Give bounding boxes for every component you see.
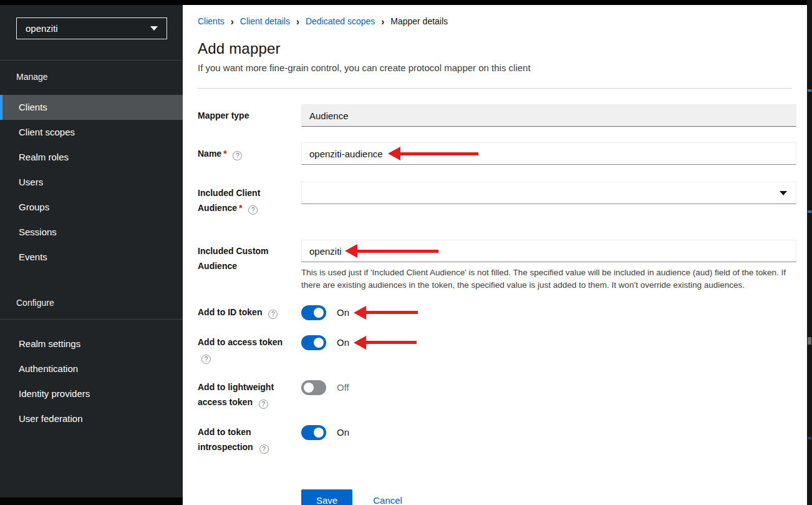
add-to-access-token-label: Add to access token ? bbox=[198, 335, 301, 364]
annotation-arrow-access-token bbox=[354, 336, 417, 350]
add-to-access-token-state: On bbox=[337, 337, 349, 348]
scrollbar-thumb[interactable] bbox=[808, 337, 811, 345]
add-to-id-token-label: Add to ID token ? bbox=[198, 305, 301, 320]
sidebar-item-identity-providers[interactable]: Identity providers bbox=[0, 381, 183, 406]
sidebar-item-users[interactable]: Users bbox=[0, 170, 183, 195]
sidebar-item-events[interactable]: Events bbox=[0, 245, 183, 270]
sidebar-item-client-scopes[interactable]: Client scopes bbox=[0, 120, 183, 145]
breadcrumb-separator-icon: › bbox=[231, 15, 234, 27]
name-input[interactable] bbox=[301, 142, 796, 165]
mapper-type-control bbox=[301, 104, 796, 127]
scrollbar-mark bbox=[808, 89, 811, 92]
required-asterisk: * bbox=[239, 203, 242, 213]
toggle-knob bbox=[314, 428, 324, 438]
add-to-token-introspection-toggle[interactable] bbox=[301, 425, 326, 440]
sidebar-footer-bar bbox=[0, 498, 183, 505]
included-custom-audience-input[interactable] bbox=[301, 240, 796, 262]
arrow-head-icon bbox=[354, 336, 366, 350]
sidebar-item-realm-roles[interactable]: Realm roles bbox=[0, 145, 183, 170]
add-to-id-token-toggle[interactable] bbox=[301, 305, 326, 320]
realm-selector-value: openziti bbox=[26, 23, 58, 34]
field-row-included-client-audience: Included Client Audience* ? bbox=[198, 182, 796, 215]
included-custom-audience-label: Included Custom Audience bbox=[198, 240, 301, 291]
sidebar-item-sessions[interactable]: Sessions bbox=[0, 220, 183, 245]
page-subtitle: If you want more fine-grain control, you… bbox=[198, 62, 792, 73]
nav-gap bbox=[0, 270, 183, 287]
sidebar-item-label: Realm settings bbox=[19, 338, 80, 349]
sidebar-item-label: Users bbox=[19, 177, 43, 187]
cancel-link[interactable]: Cancel bbox=[373, 495, 402, 505]
sidebar-item-label: Groups bbox=[19, 202, 49, 212]
breadcrumb-link-client-details[interactable]: Client details bbox=[240, 16, 290, 26]
annotation-arrow-id-token bbox=[354, 306, 418, 320]
name-label: Name* ? bbox=[198, 142, 301, 165]
name-control bbox=[301, 142, 796, 165]
field-row-included-custom-audience: Included Custom Audience This is used ju… bbox=[198, 240, 796, 291]
label-text: Included Custom Audience bbox=[198, 246, 269, 271]
nav-section-title-configure: Configure bbox=[0, 287, 183, 309]
main-content: Clients › Client details › Dedicated sco… bbox=[183, 5, 807, 505]
field-row-add-to-lightweight-access-token: Add to lightweight access token ? Off bbox=[198, 380, 796, 409]
label-text: Name bbox=[198, 149, 221, 159]
help-icon[interactable]: ? bbox=[201, 355, 211, 364]
label-text: Add to ID token bbox=[198, 307, 262, 317]
nav-list-configure: Realm settings Authentication Identity p… bbox=[0, 331, 183, 431]
actions-spacer bbox=[198, 454, 301, 505]
form-actions: Save Cancel bbox=[301, 489, 796, 505]
field-row-add-to-token-introspection: Add to token introspection ? On bbox=[198, 424, 796, 454]
mapper-type-label: Mapper type bbox=[198, 104, 301, 127]
breadcrumb-link-clients[interactable]: Clients bbox=[198, 16, 225, 26]
toggle-knob bbox=[314, 308, 324, 318]
save-button[interactable]: Save bbox=[301, 489, 352, 505]
required-asterisk: * bbox=[223, 149, 226, 159]
add-to-access-token-toggle[interactable] bbox=[301, 335, 326, 350]
included-client-audience-label: Included Client Audience* ? bbox=[198, 182, 301, 215]
help-icon[interactable]: ? bbox=[248, 205, 258, 215]
label-text: Add to token introspection bbox=[198, 427, 253, 452]
field-row-add-to-access-token: Add to access token ? On bbox=[198, 335, 796, 364]
arrow-shaft bbox=[366, 311, 418, 314]
add-to-token-introspection-state: On bbox=[337, 427, 349, 438]
field-row-name: Name* ? bbox=[198, 142, 796, 165]
included-client-audience-select[interactable] bbox=[301, 182, 796, 204]
sidebar-item-label: Clients bbox=[19, 102, 47, 112]
breadcrumb-separator-icon: › bbox=[381, 15, 384, 27]
toggle-knob bbox=[314, 338, 324, 348]
sidebar-item-label: Authentication bbox=[19, 363, 78, 374]
realm-selector[interactable]: openziti bbox=[16, 17, 167, 39]
scrollbar-track[interactable] bbox=[807, 0, 812, 505]
add-mapper-form: Mapper type Name* ? bbox=[183, 89, 807, 505]
toggle-knob bbox=[304, 383, 314, 393]
add-to-token-introspection-control: On bbox=[301, 424, 796, 454]
sidebar-item-label: Identity providers bbox=[19, 388, 90, 399]
caret-down-icon bbox=[780, 191, 787, 195]
arrow-head-icon bbox=[354, 306, 366, 320]
add-to-lightweight-access-token-toggle[interactable] bbox=[301, 380, 326, 395]
help-icon[interactable]: ? bbox=[268, 310, 278, 319]
sidebar-item-realm-settings[interactable]: Realm settings bbox=[0, 331, 183, 356]
scrollbar-mark bbox=[808, 437, 811, 439]
sidebar-item-user-federation[interactable]: User federation bbox=[0, 406, 183, 431]
sidebar-item-authentication[interactable]: Authentication bbox=[0, 356, 183, 381]
help-icon[interactable]: ? bbox=[233, 151, 242, 160]
field-row-mapper-type: Mapper type bbox=[198, 104, 796, 127]
sidebar-divider bbox=[0, 319, 183, 320]
add-to-token-introspection-label: Add to token introspection ? bbox=[198, 424, 301, 454]
help-icon[interactable]: ? bbox=[259, 444, 269, 454]
add-to-id-token-control: On bbox=[301, 305, 796, 320]
add-to-lightweight-access-token-label: Add to lightweight access token ? bbox=[198, 380, 301, 409]
breadcrumb-link-dedicated-scopes[interactable]: Dedicated scopes bbox=[306, 16, 375, 26]
nav-list-manage: Clients Client scopes Realm roles Users … bbox=[0, 95, 183, 270]
screen: openziti Manage Clients Client scopes Re… bbox=[0, 0, 812, 505]
add-to-lightweight-access-token-control: Off bbox=[301, 380, 796, 409]
add-to-lightweight-access-token-state: Off bbox=[337, 382, 349, 393]
mapper-type-input bbox=[301, 104, 796, 127]
caret-down-icon bbox=[150, 26, 158, 31]
sidebar-item-clients[interactable]: Clients bbox=[0, 95, 183, 120]
sidebar-item-label: Realm roles bbox=[19, 152, 69, 162]
form-actions-row: Save Cancel bbox=[198, 454, 796, 505]
help-icon[interactable]: ? bbox=[259, 400, 268, 409]
sidebar-item-label: Events bbox=[19, 252, 47, 262]
label-text: Mapper type bbox=[198, 110, 249, 120]
sidebar-item-groups[interactable]: Groups bbox=[0, 195, 183, 220]
